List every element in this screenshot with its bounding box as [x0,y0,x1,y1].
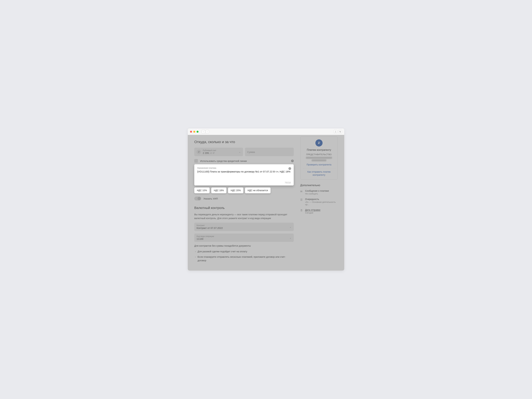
window-controls [190,131,198,133]
vat-10-button[interactable]: НДС 10% [194,187,210,193]
payment-purpose-popover: Назначение платежа {VO11100} Плата за тр… [194,164,294,193]
svg-rect-1 [340,131,341,132]
nav-forward-button[interactable]: › [205,130,209,133]
maximize-window-icon[interactable] [196,131,198,133]
modal-overlay [188,135,344,270]
purpose-counter: 75/210 [197,182,291,184]
vat-20-button[interactable]: НДС 20% [228,187,243,193]
purpose-text[interactable]: {VO11100} Плата за трансформаторы по дог… [197,170,291,180]
nav-back-button[interactable]: ‹ [202,130,205,133]
payment-purpose-field[interactable]: Назначение платежа {VO11100} Плата за тр… [194,164,294,185]
vat-options: НДС 10% НДС 18% НДС 20% НДС не облагаетс… [194,187,294,193]
share-button[interactable] [334,130,337,133]
vat-none-button[interactable]: НДС не облагается [245,187,271,193]
help-icon[interactable]: ? [289,167,291,170]
close-window-icon[interactable] [190,131,192,133]
minimize-window-icon[interactable] [193,131,195,133]
app-window: ‹ › Откуда, сколько и за что ₽ Рублевый [188,128,344,270]
vat-18-button[interactable]: НДС 18% [211,187,227,193]
content: Откуда, сколько и за что ₽ Рублевый счет… [188,135,344,270]
tabs-button[interactable] [338,130,342,133]
titlebar: ‹ › [188,128,344,135]
svg-rect-0 [340,131,341,132]
nav-buttons: ‹ › [202,130,209,133]
purpose-label: Назначение платежа [197,167,291,169]
